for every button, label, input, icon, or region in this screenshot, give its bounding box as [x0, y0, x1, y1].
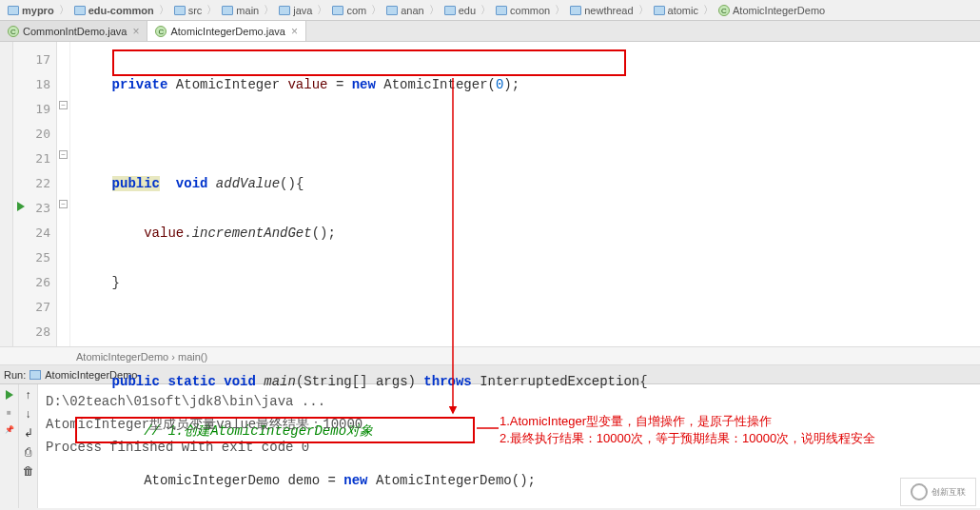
paren: ( — [488, 77, 496, 92]
kw-void: void — [176, 176, 208, 191]
line-number: 26 — [13, 270, 50, 295]
crumb-label: com — [346, 5, 366, 16]
print-icon[interactable]: ⎙ — [25, 445, 31, 459]
identifier: value — [144, 226, 184, 241]
rerun-icon[interactable] — [3, 388, 16, 402]
folder-icon — [570, 6, 581, 15]
chevron-right-icon: 〉 — [371, 3, 382, 17]
close-icon[interactable]: × — [132, 25, 139, 38]
identifier: value — [287, 77, 327, 92]
stop-icon[interactable]: ■ — [3, 405, 16, 419]
line-number: 20 — [13, 122, 50, 147]
pin-icon[interactable]: 📌 — [3, 422, 16, 436]
brace: } — [112, 275, 120, 290]
chevron-right-icon: 〉 — [317, 3, 327, 17]
close-icon[interactable]: × — [291, 25, 298, 38]
console-toolbar-left: ■ 📌 — [0, 384, 19, 508]
line-number: 25 — [13, 245, 50, 270]
crumb-label: edu-common — [88, 5, 154, 16]
folder-icon — [279, 6, 290, 15]
op: = — [336, 77, 343, 92]
watermark-logo: 创新互联 — [900, 478, 976, 506]
folder-icon — [386, 6, 398, 15]
folder-icon — [174, 6, 186, 15]
line-number: 23 — [13, 196, 50, 221]
semi: ; — [327, 226, 335, 241]
crumb-com[interactable]: com — [328, 5, 370, 16]
console-toolbar-left2: ↑ ↓ ↲ ⎙ 🗑 — [19, 384, 38, 508]
crumb-newthread[interactable]: newthread — [566, 5, 637, 16]
folder-icon — [444, 6, 456, 15]
line-number: 28 — [13, 320, 50, 344]
crumb-common[interactable]: common — [492, 5, 554, 16]
code-line: public void addValue(){ — [80, 171, 980, 196]
crumb-label: main — [236, 5, 259, 16]
logo-text: 创新互联 — [931, 486, 966, 499]
kw-new: new — [352, 77, 376, 92]
tab-commonintdemo[interactable]: CCommonIntDemo.java× — [0, 21, 147, 41]
chevron-right-icon: 〉 — [159, 3, 169, 17]
kw-public: public — [112, 176, 160, 191]
folder-icon — [74, 6, 86, 15]
crumb-label: java — [293, 5, 312, 16]
line-number: 27 — [13, 295, 50, 320]
tab-label: CommonIntDemo.java — [23, 26, 127, 37]
chevron-right-icon: 〉 — [59, 3, 69, 17]
paren: ) — [503, 77, 511, 92]
side-panel-structure[interactable] — [0, 42, 13, 346]
crumb-anan[interactable]: anan — [382, 5, 427, 16]
chevron-right-icon: 〉 — [555, 3, 565, 17]
crumb-label: newthread — [584, 5, 633, 16]
chevron-right-icon: 〉 — [480, 3, 491, 17]
line-number: 21 — [13, 147, 50, 171]
type: AtomicInteger — [176, 77, 280, 92]
method-name: addValue — [216, 176, 280, 191]
chevron-right-icon: 〉 — [264, 3, 274, 17]
crumb-label: common — [510, 5, 550, 16]
paren: () — [280, 176, 296, 191]
crumb-edu-common[interactable]: edu-common — [70, 5, 158, 16]
scroll-up-icon[interactable]: ↑ — [26, 388, 31, 402]
crumb-atomic[interactable]: atomic — [650, 5, 702, 16]
code-line — [80, 122, 980, 147]
logo-icon — [911, 483, 928, 500]
folder-icon — [496, 6, 507, 15]
folder-icon — [222, 6, 233, 15]
line-number: 24 — [13, 221, 50, 245]
softwrap-icon[interactable]: ↲ — [24, 426, 33, 440]
fold-icon[interactable]: − — [59, 101, 68, 109]
crumb-class[interactable]: CAtomicIntegerDemo — [715, 5, 829, 16]
code-area[interactable]: private AtomicInteger value = new Atomic… — [70, 42, 980, 346]
fold-icon[interactable]: − — [59, 200, 68, 208]
breadcrumb: mypro〉 edu-common〉 src〉 main〉 java〉 com〉… — [0, 0, 980, 21]
fold-icon[interactable]: − — [59, 150, 68, 159]
scroll-down-icon[interactable]: ↓ — [26, 407, 31, 421]
semi: ; — [512, 77, 519, 92]
crumb-edu[interactable]: edu — [441, 5, 480, 16]
crumb-mypro[interactable]: mypro — [4, 5, 58, 16]
chevron-right-icon: 〉 — [638, 3, 649, 17]
kw-private: private — [112, 77, 168, 92]
annotation-line: 1.AtomicInteger型变量，自增操作，是原子性操作 — [500, 413, 875, 430]
ctor: AtomicInteger — [383, 77, 487, 92]
line-number: 18 — [13, 72, 50, 97]
crumb-src[interactable]: src — [170, 5, 206, 16]
annotation-line: 2.最终执行结果：10000次，等于预期结果：10000次，说明线程安全 — [500, 430, 875, 447]
crumb-main[interactable]: main — [218, 5, 263, 16]
clear-icon[interactable]: 🗑 — [23, 464, 34, 478]
chevron-right-icon: 〉 — [429, 3, 440, 17]
folder-icon — [332, 6, 343, 15]
brace: { — [296, 176, 304, 191]
tab-label: AtomicIntegerDemo.java — [170, 26, 284, 37]
line-number: 19 — [13, 97, 50, 122]
run-gutter-icon[interactable] — [17, 202, 25, 211]
tab-atomicintegerdemo[interactable]: CAtomicIntegerDemo.java× — [147, 21, 305, 41]
crumb-label: AtomicIntegerDemo — [733, 5, 825, 16]
annotation-text: 1.AtomicInteger型变量，自增操作，是原子性操作 2.最终执行结果：… — [500, 413, 875, 447]
line-number: 22 — [13, 171, 50, 196]
crumb-java[interactable]: java — [275, 5, 316, 16]
code-line — [80, 320, 980, 344]
dot: . — [184, 226, 191, 241]
crumb-label: anan — [401, 5, 423, 16]
class-icon: C — [718, 5, 730, 16]
